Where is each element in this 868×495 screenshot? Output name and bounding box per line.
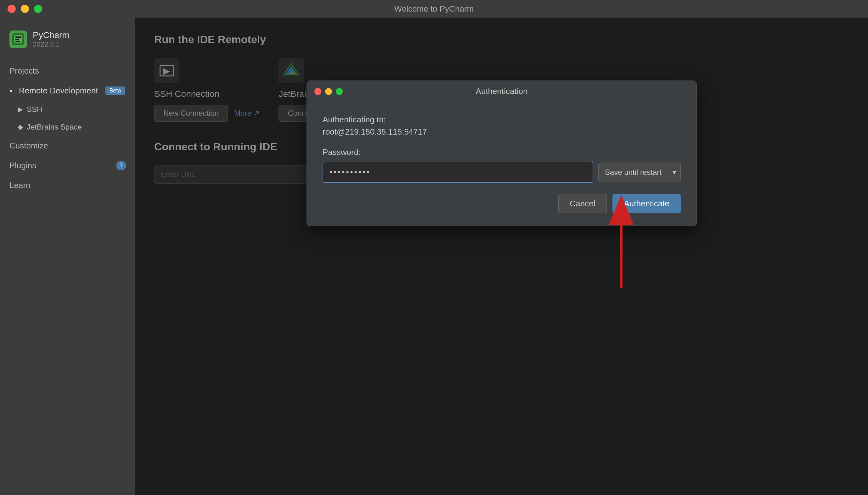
server-address: root@219.150.35.115:54717 <box>322 127 427 136</box>
dialog-minimize-button[interactable] <box>325 88 332 95</box>
save-option-label: Save until restart <box>599 163 668 182</box>
chevron-down-icon: ▾ <box>10 87 13 95</box>
dialog-window-controls <box>314 88 343 95</box>
sidebar-item-plugins[interactable]: Plugins 1 <box>0 156 135 175</box>
window-controls <box>7 5 42 13</box>
sidebar-item-ssh[interactable]: ▶ SSH <box>0 101 135 118</box>
cancel-button[interactable]: Cancel <box>558 194 607 213</box>
dialog-close-button[interactable] <box>314 88 321 95</box>
app-name: PyCharm <box>33 30 69 40</box>
dialog-actions: Cancel Authenticate <box>322 194 681 213</box>
space-icon: ◆ <box>18 123 23 131</box>
content-area: Run the IDE Remotely ▶ SSH Connection Ne… <box>135 18 868 495</box>
app-version: 2022.3.1 <box>33 40 69 48</box>
sidebar-item-remote-development[interactable]: ▾ Remote Development Beta <box>0 81 135 101</box>
close-button[interactable] <box>7 5 16 13</box>
beta-badge: Beta <box>105 86 124 95</box>
sidebar-item-label: Projects <box>10 66 39 76</box>
sidebar-item-learn[interactable]: Learn <box>0 175 135 195</box>
app-logo-icon <box>10 31 27 48</box>
svg-rect-3 <box>15 39 19 40</box>
save-option-dropdown[interactable]: Save until restart ▾ <box>598 163 681 182</box>
svg-rect-4 <box>15 41 20 42</box>
sidebar-item-jetbrains-space[interactable]: ◆ JetBrains Space <box>0 118 135 136</box>
authentication-dialog: Authentication Authenticating to: root@2… <box>306 81 697 226</box>
svg-rect-2 <box>15 36 21 38</box>
dialog-maximize-button[interactable] <box>336 88 343 95</box>
sidebar-item-label: Customize <box>10 141 48 151</box>
sidebar-item-label: Remote Development <box>19 86 98 96</box>
password-input[interactable] <box>322 161 593 183</box>
minimize-button[interactable] <box>21 5 29 13</box>
authenticate-button[interactable]: Authenticate <box>613 194 681 213</box>
app-branding: PyCharm 2022.3.1 <box>0 27 135 58</box>
dialog-body: Authenticating to: root@219.150.35.115:5… <box>307 102 697 226</box>
terminal-icon: ▶ <box>18 105 23 114</box>
plugins-badge: 1 <box>116 161 126 170</box>
sidebar-item-label: SSH <box>27 105 42 114</box>
password-label: Password: <box>322 148 681 157</box>
password-row: Save until restart ▾ <box>322 161 681 183</box>
main-layout: PyCharm 2022.3.1 Projects ▾ Remote Devel… <box>0 18 868 495</box>
sidebar: PyCharm 2022.3.1 Projects ▾ Remote Devel… <box>0 18 135 495</box>
sidebar-item-customize[interactable]: Customize <box>0 136 135 156</box>
window-title: Welcome to PyCharm <box>394 4 474 14</box>
sidebar-nav: Projects ▾ Remote Development Beta ▶ SSH… <box>0 61 135 195</box>
app-name-block: PyCharm 2022.3.1 <box>33 30 69 48</box>
sidebar-item-label: Learn <box>10 181 31 190</box>
title-bar: Welcome to PyCharm <box>0 0 868 18</box>
sidebar-item-projects[interactable]: Projects <box>0 61 135 81</box>
sidebar-item-label: Plugins <box>10 161 36 170</box>
dialog-title: Authentication <box>476 86 528 96</box>
authenticating-to-text: Authenticating to: root@219.150.35.115:5… <box>322 114 681 138</box>
maximize-button[interactable] <box>34 5 42 13</box>
dropdown-arrow-icon[interactable]: ▾ <box>668 163 681 182</box>
dialog-title-bar: Authentication <box>307 81 697 102</box>
sidebar-item-label: JetBrains Space <box>27 123 82 132</box>
